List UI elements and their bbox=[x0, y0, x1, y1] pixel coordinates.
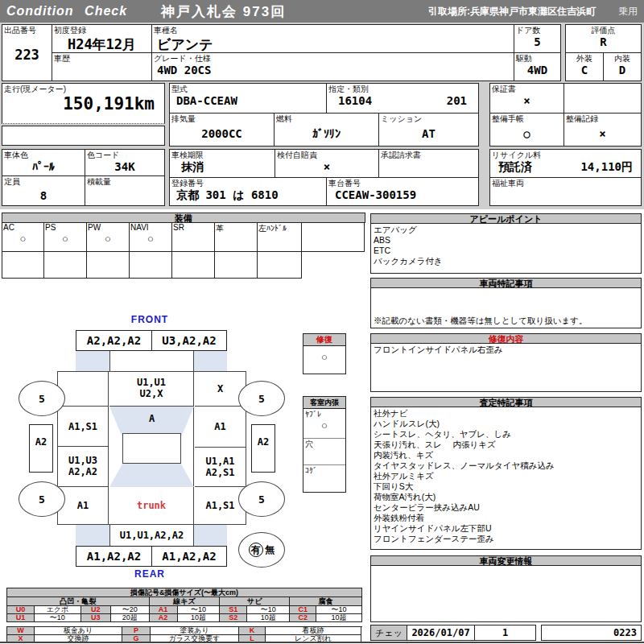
model-name-cell: 車種名 ビアンテ bbox=[151, 24, 514, 53]
equipment-cell-extra bbox=[301, 223, 365, 252]
legend-group: サビ bbox=[219, 597, 290, 606]
lot-number-value: 223 bbox=[2, 47, 52, 63]
assessment-item: タイヤスタッドレス、ノーマルタイヤ積み込み bbox=[374, 460, 638, 471]
score-value: R bbox=[566, 35, 641, 48]
doors-value: 5 bbox=[514, 35, 560, 48]
recycle-fee-label: リサイクル料 bbox=[490, 150, 641, 160]
history-cell: 車歴 bbox=[52, 52, 152, 81]
hood-center-cell: U1,U1 U2,X bbox=[109, 372, 194, 407]
damage-codes: A1,S1 bbox=[205, 500, 234, 511]
mid-left-bottom-cell: U1,U3 A2,A2 bbox=[58, 447, 109, 487]
color-code-value: 34K bbox=[85, 160, 164, 173]
grade-value: 4WD 20CS bbox=[152, 64, 514, 76]
transmission-cell: ミッション AT bbox=[378, 113, 479, 147]
legend-size: 10超 bbox=[246, 614, 290, 622]
appeal-box: エアバッグ ABS ETC バックカメラ付き bbox=[370, 223, 642, 274]
front-bumper-right-cell: U3,A2,A2 bbox=[151, 330, 227, 351]
appeal-item: エアバッグ bbox=[374, 225, 638, 235]
type-value: 16104 bbox=[338, 94, 372, 107]
tire-front-right: 5 bbox=[238, 381, 285, 416]
chassis-number-cell: 車台番号 CCEAW-300159 bbox=[326, 177, 479, 206]
legend-code: C1 bbox=[289, 606, 316, 614]
repair-flag-mark: ○ bbox=[303, 346, 345, 363]
damage-legend: 損傷記号&損傷サイズ(〜最大cm) 凸凹・亀裂 線キズ サビ 腐食 U0 エクボ… bbox=[6, 588, 362, 643]
cabin-row-label: ﾔﾌﾞﾚ bbox=[303, 409, 345, 419]
check-count: 1 bbox=[474, 625, 536, 641]
maintenance-record-label: 整備記録 bbox=[564, 114, 641, 124]
model-code-value: DBA-CCEAW bbox=[170, 94, 326, 107]
damage-codes: A2,A2 bbox=[58, 466, 108, 477]
legend-size: 〜10 bbox=[316, 606, 362, 614]
equipment-cell-pw: PW ○ bbox=[86, 223, 130, 252]
repair-flag-title: 修復 bbox=[303, 334, 345, 346]
legend-group: 線キズ bbox=[149, 597, 221, 606]
load-capacity-cell: 積載量 bbox=[85, 175, 165, 206]
cabin-row-label: ｺｹﾞ bbox=[303, 465, 345, 476]
fuel-cell: 燃料 ｶﾞｿﾘﾝ bbox=[274, 113, 379, 147]
appeal-item: バックカメラ付き bbox=[374, 256, 638, 266]
equipment-label: 革 bbox=[215, 223, 257, 234]
trunk-label: trunk bbox=[137, 500, 166, 511]
check-code: 0223 bbox=[541, 625, 642, 641]
legend-size: 10超 bbox=[177, 614, 221, 622]
assessment-item: センターピラー挟み込みAU bbox=[374, 502, 638, 513]
cabin-interior-box: 客室内張 ﾔﾌﾞﾚ ○ 穴 ｺｹﾞ bbox=[303, 396, 346, 493]
repair-flag-box: 修復 ○ bbox=[303, 333, 346, 374]
pickup-location: 引取場所:兵庫県神戸市東灘区住吉浜町 bbox=[428, 5, 596, 19]
rear-bumper-left-cell: A1,A2,A2 bbox=[76, 546, 152, 567]
auction-title: 神戸入札会 973回 bbox=[161, 2, 286, 21]
front-connector bbox=[109, 351, 194, 371]
legend-group-row: 凸凹・亀裂 線キズ サビ 腐食 bbox=[6, 597, 362, 606]
load-capacity-label: 積載量 bbox=[85, 176, 164, 187]
history-label: 車歴 bbox=[52, 53, 151, 64]
legend-code: P bbox=[122, 627, 151, 635]
check-label: チェック bbox=[370, 625, 407, 641]
chassis-number-value: CCEAW-300159 bbox=[327, 188, 478, 201]
change-info-box bbox=[370, 565, 642, 622]
legend-data-row: U0 エクボ U2 〜20 A1 〜10 S1 〜10 C1 〜10 bbox=[6, 606, 362, 614]
legend-code: K bbox=[238, 627, 266, 635]
legend-size: 10超 bbox=[316, 614, 362, 622]
damage-codes: A2,A2,A2 bbox=[76, 331, 151, 350]
capacity-cell: 定員 8 bbox=[2, 175, 85, 206]
color-code-label: 色コード bbox=[85, 150, 164, 160]
legend-extra-row: W 板金あり P 塗装あり K 看板跡 bbox=[6, 626, 362, 635]
damage-codes: U1,U1,A2,A2 bbox=[120, 530, 184, 541]
legend-size: 〜10 bbox=[246, 606, 290, 614]
equipment-label: PS bbox=[44, 223, 86, 232]
damage-codes: U1,U3 bbox=[58, 455, 108, 466]
front-bumper-left-cell: A2,A2,A2 bbox=[76, 330, 152, 351]
inspection-value: 抹消 bbox=[170, 160, 275, 175]
assessment-item: シートスレ、ヘタリ、ヤブレ、しみ bbox=[374, 429, 638, 440]
roof-panel bbox=[122, 433, 181, 464]
exterior-label: 外装 bbox=[566, 53, 603, 64]
repair-content-box: フロントインサイドパネル右歪み bbox=[370, 343, 642, 392]
model-name-label: 車種名 bbox=[152, 25, 514, 35]
inspection-cell: 車検期限 抹消 bbox=[169, 149, 275, 178]
body-color-cell: 車体色 ﾊﾟｰﾙ bbox=[2, 149, 85, 176]
registration-number-label: 登録番号 bbox=[170, 178, 326, 188]
equipment-label: NAVI bbox=[130, 223, 171, 232]
legend-size: 〜10 bbox=[177, 606, 221, 614]
body-color-value: ﾊﾟｰﾙ bbox=[2, 160, 85, 173]
type-class-label: 指定・類別 bbox=[327, 84, 478, 94]
front-direction-label: FRONT bbox=[101, 314, 198, 325]
doors-label: ドア数 bbox=[514, 25, 560, 35]
presence-no: 無 bbox=[265, 543, 275, 557]
damage-codes: U1,U1 bbox=[109, 377, 193, 388]
mid-left-top-cell: A1,S1 bbox=[58, 407, 109, 447]
assessment-item: 内装汚れ、キズ bbox=[374, 450, 638, 460]
equipment-table: 装備 AC ○ PS ○ PW ○ NAVI ○ SR 革 bbox=[2, 213, 365, 279]
presence-yes-circled: 有 bbox=[249, 543, 263, 557]
tire-rear-left: 5 bbox=[19, 481, 65, 517]
front-right-shade bbox=[194, 351, 227, 371]
warranty-cell: 保証書 × bbox=[489, 83, 564, 114]
equipment-cell-lhd: 左ﾊﾝﾄﾞﾙ bbox=[257, 223, 302, 252]
legend-group: 腐食 bbox=[289, 597, 362, 606]
insurance-value: × bbox=[275, 160, 378, 173]
legend-code: W bbox=[6, 627, 35, 635]
legend-size: エクボ bbox=[34, 606, 81, 614]
maintenance-book-label: 整備手帳 bbox=[490, 114, 564, 124]
header-bar: Condition Check 神戸入札会 973回 引取場所:兵庫県神戸市東灘… bbox=[0, 0, 644, 23]
model-code-cell: 型式 DBA-CCEAW bbox=[169, 83, 327, 114]
